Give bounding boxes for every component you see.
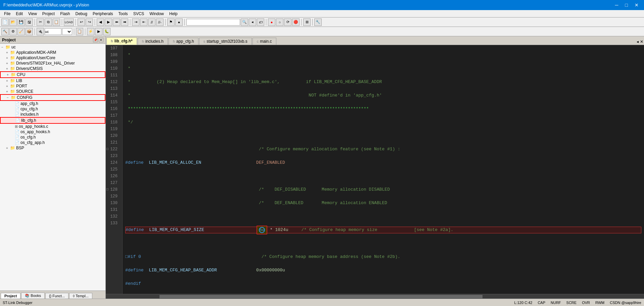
copy-btn[interactable]: ⧉	[45, 18, 52, 26]
redo-btn[interactable]: ↪	[86, 18, 93, 26]
folder-icon: 📁	[11, 95, 16, 100]
window-btn[interactable]: ⊞	[303, 18, 311, 26]
minimize-btn[interactable]: ─	[613, 2, 620, 8]
sep8	[266, 19, 266, 26]
debug-reset-btn[interactable]: ⟳	[284, 18, 291, 26]
tree-item-lib[interactable]: + 📁 LIB	[0, 78, 105, 83]
menu-item-file[interactable]: File	[1, 11, 13, 17]
tree-item-includes-h[interactable]: 📄 includes.h	[0, 112, 105, 117]
sep11	[35, 28, 35, 35]
tab-templ[interactable]: ◊ Templ...	[69, 293, 92, 299]
scroll-tabs-right[interactable]: ✕	[640, 39, 643, 44]
debug-stop-btn[interactable]: ○	[276, 18, 283, 26]
code-line-112: */	[125, 119, 641, 126]
tab-books[interactable]: 📚 Books	[21, 293, 45, 299]
nav-back-btn[interactable]: ◀	[97, 18, 104, 26]
paste-btn[interactable]: 📋	[53, 18, 60, 26]
menu-item-peripherals[interactable]: Peripherals	[90, 11, 116, 17]
search-input[interactable]	[186, 19, 240, 26]
open-btn[interactable]: 📂	[9, 18, 17, 26]
menu-item-edit[interactable]: Edit	[13, 11, 26, 17]
clean-btn[interactable]: 🧹	[17, 28, 25, 35]
tree-item-cpu[interactable]: + 📁 CPU	[0, 71, 105, 78]
target-input[interactable]	[45, 28, 61, 35]
menu-item-view[interactable]: View	[26, 11, 40, 17]
close-btn[interactable]: ✕	[633, 2, 641, 8]
tag-btn[interactable]: 🏷	[257, 18, 264, 26]
cut-btn[interactable]: ✂	[37, 18, 44, 26]
menu-item-svcs[interactable]: SVCS	[131, 11, 147, 17]
tree-item-uc[interactable]: − 📁 uc	[0, 44, 105, 50]
uncomment-btn[interactable]: //-	[156, 18, 164, 26]
tree-item-app-user[interactable]: + 📁 Application/User/Core	[0, 55, 105, 61]
tree-item-app-cfg-h[interactable]: 📄 app_cfg.h	[0, 101, 105, 106]
pkg-btn[interactable]: 📋	[76, 28, 83, 35]
tab-funct[interactable]: {} Funct...	[45, 293, 68, 299]
debug-run-btn[interactable]: ●	[268, 18, 275, 26]
nav-back2-btn[interactable]: ⬅	[113, 18, 120, 26]
tree-item-drivers-cmsis[interactable]: + 📁 Drivers/CMSIS	[0, 66, 105, 71]
unindent-btn[interactable]: ⇤	[140, 18, 147, 26]
code-line-109: * (2) Heap declared to Mem_Heap[] in 'li…	[125, 79, 641, 85]
save-btn[interactable]: 💾	[17, 18, 25, 26]
comment-btn[interactable]: //	[148, 18, 155, 26]
menu-item-window[interactable]: Window	[147, 11, 167, 17]
tab-lib-cfg-h[interactable]: h lib_cfg.h*	[106, 37, 137, 45]
tree-item-app-mdk[interactable]: + 📁 Application/MDK-ARM	[0, 50, 105, 55]
bp-btn[interactable]: ●	[175, 18, 183, 26]
code-editor[interactable]: 107 108 109 110 111 112 113 114 115 116 …	[106, 45, 644, 294]
menu-item-tools[interactable]: Tools	[116, 11, 131, 17]
debug-bp-btn[interactable]: 🔴	[292, 18, 300, 26]
maximize-btn[interactable]: □	[623, 2, 630, 8]
tree-item-os-cfg-app-h[interactable]: 📄 os_cfg_app.h	[0, 140, 105, 145]
menu-item-flash[interactable]: Flash	[57, 11, 73, 17]
tab-app-cfg-h[interactable]: h app_cfg.h	[169, 38, 198, 45]
close-panel-btn[interactable]: ✕	[99, 38, 103, 42]
load-btn[interactable]: LOAD	[64, 18, 74, 26]
tree-item-os-hooks-h[interactable]: 📄 os_app_hooks.h	[0, 129, 105, 135]
code-content[interactable]: * * * (2) Heap declared to Mem_Heap[] in…	[123, 45, 644, 294]
scroll-thumb[interactable]	[159, 295, 482, 298]
tree-item-lib-cfg-h[interactable]: 📄 lib_cfg.h	[0, 117, 105, 124]
scroll-track[interactable]	[106, 295, 644, 298]
manage-btn[interactable]: 🔌	[37, 28, 44, 35]
nav-fwd-btn[interactable]: ▶	[105, 18, 112, 26]
target-select[interactable]	[62, 28, 72, 35]
tree-item-os-cfg-h[interactable]: 📄 os_cfg.h	[0, 135, 105, 140]
search-btn[interactable]: 🔍	[241, 18, 248, 26]
tab-includes-h[interactable]: h includes.h	[138, 38, 168, 45]
save-all-btn[interactable]: 🖫	[26, 18, 33, 26]
tree-item-source[interactable]: + 📁 SOURCE	[0, 89, 105, 94]
tree-item-bsp[interactable]: + 📁 BSP	[0, 145, 105, 151]
nav-fwd2-btn[interactable]: ➡	[121, 18, 128, 26]
flag-btn[interactable]: ⚑	[167, 18, 175, 26]
tree-item-label: includes.h	[20, 112, 39, 117]
batch-btn[interactable]: 📦	[26, 28, 33, 35]
tree-item-os-hooks-c[interactable]: ⊞ os_app_hooks.c	[0, 124, 105, 129]
tree-item-cpu-cfg-h[interactable]: 📄 cpu_cfg.h	[0, 106, 105, 112]
search-prev-btn[interactable]: ◂	[249, 18, 256, 26]
menu-item-help[interactable]: Help	[167, 11, 180, 17]
tab-project[interactable]: Project	[1, 293, 20, 299]
horizontal-scrollbar[interactable]	[106, 294, 644, 299]
menu-item-debug[interactable]: Debug	[73, 11, 90, 17]
tree-item-config[interactable]: − 📁 CONFIG	[0, 94, 105, 101]
tree-item-drivers-stm[interactable]: + 📁 Drivers/STM32F1xx_HAL_Driver	[0, 61, 105, 66]
indent-btn[interactable]: ⇥	[132, 18, 139, 26]
scroll-tabs-left[interactable]: ◂	[637, 39, 639, 44]
build2-btn[interactable]: ⚙	[9, 28, 17, 35]
tab-main-c[interactable]: c main.c	[252, 38, 276, 45]
menu-item-project[interactable]: Project	[40, 11, 57, 17]
tree-item-port[interactable]: + 📁 PORT	[0, 83, 105, 89]
sep5	[130, 19, 130, 26]
tab-startup[interactable]: s startup_stm32f103xb.s	[199, 38, 252, 45]
tab-label: main.c	[260, 39, 272, 44]
flash-btn[interactable]: ⚡	[87, 28, 94, 35]
debug-btn2[interactable]: 🐛	[103, 28, 110, 35]
undo-btn[interactable]: ↩	[78, 18, 85, 26]
new-btn[interactable]: 📄	[1, 18, 9, 26]
flash2-btn[interactable]: ▶	[95, 28, 102, 35]
options-btn[interactable]: 🔧	[314, 18, 322, 26]
build-btn[interactable]: 🔨	[1, 28, 9, 35]
pin-btn[interactable]: 📌	[93, 38, 98, 42]
